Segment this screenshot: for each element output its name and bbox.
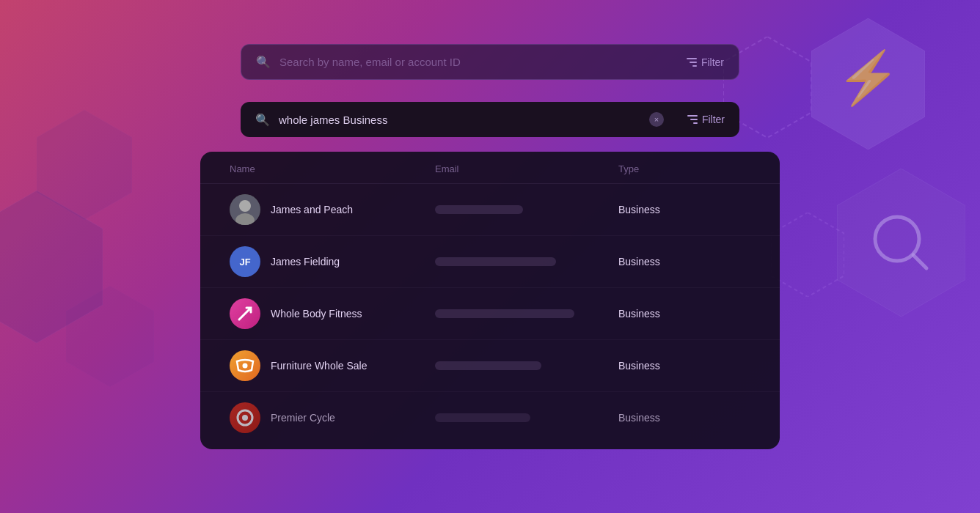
type-text: Business (618, 412, 765, 424)
table-row[interactable]: James and Peach Business (200, 184, 780, 236)
search-bar-active[interactable]: 🔍 whole james Business × Filter (241, 102, 739, 137)
avatar: JF (230, 246, 260, 277)
row-name-cell: James and Peach (230, 194, 435, 225)
avatar (230, 350, 260, 381)
search-value: whole james Business (279, 114, 640, 126)
name-text: Premier Cycle (271, 412, 335, 424)
email-cell (435, 257, 618, 266)
email-cell (435, 205, 618, 214)
filter-button-active[interactable]: Filter (687, 114, 725, 125)
table-row[interactable]: JF James Fielding Business (200, 236, 780, 288)
col-type: Type (618, 163, 765, 174)
avatar (230, 194, 260, 225)
table-header: Name Email Type (200, 152, 780, 184)
filter-button-top[interactable]: Filter (687, 56, 724, 68)
email-placeholder (435, 205, 523, 214)
avatar (230, 402, 260, 433)
filter-label-active: Filter (702, 114, 725, 125)
name-text: Furniture Whole Sale (271, 360, 368, 372)
table-row[interactable]: Furniture Whole Sale Business (200, 340, 780, 392)
email-cell (435, 309, 618, 318)
name-text: James and Peach (271, 204, 353, 215)
row-name-cell: JF James Fielding (230, 246, 435, 277)
filter-lines-icon (687, 58, 697, 67)
type-text: Business (618, 360, 765, 372)
filter-icon-active (687, 115, 698, 124)
svg-point-11 (239, 200, 251, 212)
type-text: Business (618, 308, 765, 320)
results-table: Name Email Type James and Peach Business (200, 152, 780, 449)
row-name-cell: Premier Cycle (230, 402, 435, 433)
email-placeholder (435, 413, 530, 422)
clear-button[interactable]: × (649, 112, 664, 127)
search-placeholder: Search by name, email or account ID (279, 56, 678, 68)
row-name-cell: Whole Body Fitness (230, 298, 435, 329)
type-text: Business (618, 204, 765, 215)
type-text: Business (618, 256, 765, 267)
filter-label-top: Filter (701, 56, 724, 68)
col-email: Email (435, 163, 618, 174)
email-cell (435, 361, 618, 370)
table-row[interactable]: Premier Cycle Business (200, 392, 780, 443)
search-icon-active: 🔍 (255, 113, 270, 127)
col-name: Name (230, 163, 435, 174)
email-placeholder (435, 309, 574, 318)
table-row[interactable]: Whole Body Fitness Business (200, 288, 780, 340)
email-placeholder (435, 361, 541, 370)
avatar (230, 298, 260, 329)
svg-point-15 (242, 415, 248, 421)
name-text: Whole Body Fitness (271, 308, 362, 320)
email-cell (435, 413, 618, 422)
svg-point-13 (243, 363, 248, 369)
email-placeholder (435, 257, 556, 266)
name-text: James Fielding (271, 256, 340, 267)
row-name-cell: Furniture Whole Sale (230, 350, 435, 381)
search-bar-inactive[interactable]: 🔍 Search by name, email or account ID Fi… (241, 44, 739, 80)
search-icon-top: 🔍 (256, 55, 271, 69)
